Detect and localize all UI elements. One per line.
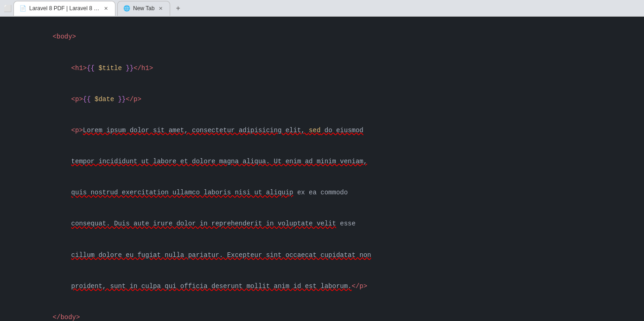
code-line-h1: <h1>{{ $title }}</h1> (0, 52, 644, 83)
tab2-favicon: 🌐 (123, 5, 130, 12)
tab1-label: Laravel 8 PDF | Laravel 8 Generate PD... (29, 5, 100, 12)
code-line-body-open: <body> (0, 21, 644, 52)
tab2-label: New Tab (133, 5, 154, 12)
code-line-lorem5: cillum dolore eu fugiat nulla pariatur. … (0, 239, 644, 270)
browser-chrome: ⬜ 📄 Laravel 8 PDF | Laravel 8 Generate P… (0, 0, 644, 17)
tab-laravel[interactable]: 📄 Laravel 8 PDF | Laravel 8 Generate PD.… (13, 1, 115, 16)
code-line-lorem1: <p>Lorem ipsum dolor sit amet, consectet… (0, 115, 644, 146)
code-line-lorem2: tempor incididunt ut labore et dolore ma… (0, 146, 644, 177)
code-line-lorem4: consequat. Duis aute irure dolor in repr… (0, 208, 644, 239)
tab2-close[interactable]: ✕ (157, 5, 164, 12)
code-line-lorem3: quis nostrud exercitation ullamco labori… (0, 177, 644, 208)
code-line-lorem6: proident, sunt in culpa qui officia dese… (0, 270, 644, 302)
new-tab-button[interactable]: + (172, 2, 184, 14)
browser-icon: ⬜ (4, 5, 12, 12)
tab1-close[interactable]: ✕ (102, 5, 109, 12)
code-line-p-date: <p>{{ $date }}</p> (0, 83, 644, 115)
tab1-favicon: 📄 (19, 5, 26, 12)
tab-newtab[interactable]: 🌐 New Tab ✕ (117, 1, 170, 16)
code-line-body-close: </body> (0, 302, 644, 321)
code-editor: <body> <h1>{{ $title }}</h1> <p>{{ $date… (0, 17, 644, 321)
